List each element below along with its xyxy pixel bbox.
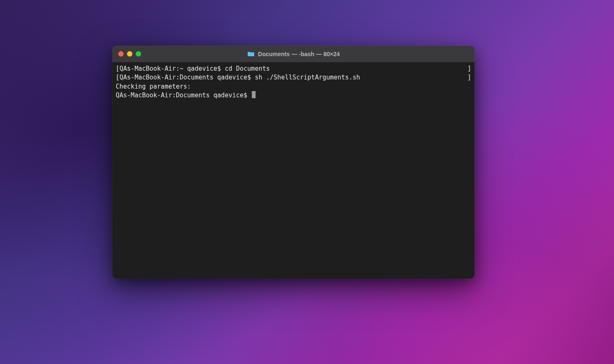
traffic-lights xyxy=(118,51,141,57)
title-bar[interactable]: Documents — -bash — 80×24 xyxy=(112,46,475,62)
terminal-line: Checking parameters: xyxy=(116,82,471,91)
window-title: Documents — -bash — 80×24 xyxy=(258,51,340,57)
close-button[interactable] xyxy=(118,51,124,57)
terminal-window[interactable]: Documents — -bash — 80×24 [QAs-MacBook-A… xyxy=(112,46,475,279)
line-bracket-left: [ xyxy=(116,73,119,82)
terminal-line: [QAs-MacBook-Air:~ qadevice$ cd Document… xyxy=(116,64,471,73)
terminal-line-text: QAs-MacBook-Air:Documents qadevice$ sh .… xyxy=(119,73,360,82)
line-bracket-right: ] xyxy=(467,64,471,73)
terminal-prompt: QAs-MacBook-Air:Documents qadevice$ xyxy=(116,91,251,100)
minimize-button[interactable] xyxy=(127,51,132,57)
line-bracket-left: [ xyxy=(116,64,119,73)
terminal-line: [QAs-MacBook-Air:Documents qadevice$ sh … xyxy=(116,73,471,82)
terminal-line-text: Checking parameters: xyxy=(116,82,191,91)
cursor-icon xyxy=(252,91,256,98)
folder-icon xyxy=(247,51,255,57)
line-bracket-right: ] xyxy=(467,73,471,82)
title-center: Documents — -bash — 80×24 xyxy=(247,51,340,57)
terminal-line-text: QAs-MacBook-Air:~ qadevice$ cd Documents xyxy=(119,64,270,73)
maximize-button[interactable] xyxy=(136,51,141,57)
terminal-content[interactable]: [QAs-MacBook-Air:~ qadevice$ cd Document… xyxy=(112,62,475,279)
terminal-line: QAs-MacBook-Air:Documents qadevice$ xyxy=(116,91,471,100)
